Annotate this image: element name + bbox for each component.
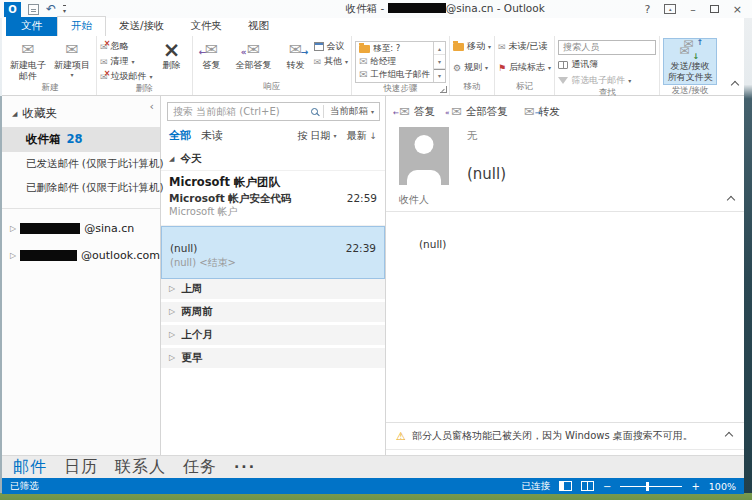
folder-inbox[interactable]: 收件箱28 [2, 127, 160, 152]
account-sina[interactable]: ▷@sina.cn [2, 215, 160, 242]
reply-inline-button[interactable]: ✉←答复 [399, 104, 435, 119]
search-people-input[interactable]: 搜索人员 [558, 40, 656, 55]
quick-step-to-manager[interactable]: ✉给经理 [359, 56, 430, 68]
tab-folder[interactable]: 文件夹 [178, 17, 236, 36]
ignore-button[interactable]: ✉忽略 [100, 40, 153, 53]
zoom-percentage[interactable]: 100% [709, 481, 736, 492]
scroll-more-icon[interactable]: ▾ [434, 69, 445, 82]
message-time: 22:59 [347, 191, 377, 206]
reply-icon: ✉← [205, 39, 218, 60]
message-subject: Microsoft 帐户安全代码 [169, 191, 291, 206]
qat-send-receive-icon[interactable] [28, 4, 39, 15]
delete-button[interactable]: × 删除 [155, 38, 189, 71]
search-scope-dropdown[interactable]: 当前邮箱▾ [323, 105, 374, 118]
help-button[interactable]: ? [644, 3, 650, 16]
unread-read-button[interactable]: ✉未读/已读 [498, 40, 551, 53]
quick-step-team-email[interactable]: ✉工作组电子邮件 [359, 69, 430, 81]
sort-order-button[interactable]: 最新↓ [346, 129, 377, 143]
filter-bar: 全部 未读 按 日期▾ 最新↓ [161, 125, 385, 148]
unread-read-icon: ✉ [498, 42, 506, 52]
nav-more-ellipsis[interactable]: ··· [234, 459, 256, 475]
minimize-folder-pane-icon[interactable]: ‹ [150, 100, 154, 113]
reply-all-inline-button[interactable]: ✉«全部答复 [451, 104, 508, 119]
group-header-last-month[interactable]: ▷上个月 [161, 325, 385, 348]
dialog-launcher-icon[interactable] [440, 86, 447, 93]
warning-text: 部分人员窗格功能已被关闭，因为 Windows 桌面搜索不可用。 [412, 429, 693, 443]
search-icon[interactable] [311, 108, 318, 115]
tab-view[interactable]: 视图 [235, 17, 282, 36]
more-respond-button[interactable]: ✉其他▾ [314, 55, 349, 68]
folder-sent[interactable]: 已发送邮件 (仅限于此计算机) [2, 152, 160, 176]
search-input[interactable]: 搜索 当前邮箱 (Ctrl+E) 当前邮箱▾ [167, 102, 380, 121]
collapse-header-icon[interactable] [727, 196, 735, 204]
ribbon-display-options-icon[interactable]: ▴ [664, 4, 676, 14]
sort-by-dropdown[interactable]: 按 日期▾ [297, 129, 336, 143]
group-label-respond: 响应 [196, 81, 349, 95]
scroll-up-icon[interactable]: ▴ [434, 42, 445, 55]
group-label-tags: 标记 [498, 81, 551, 95]
message-row-microsoft[interactable]: Microsoft 帐户团队 Microsoft 帐户安全代码22:59 Mic… [161, 171, 385, 226]
new-items-icon: ✉ [65, 39, 78, 60]
tab-send-receive[interactable]: 发送/接收 [106, 17, 178, 36]
zoom-in-icon[interactable]: + [691, 481, 699, 492]
filter-email-button[interactable]: 筛选电子邮件▾ [558, 74, 656, 87]
recipients-row: 收件人 [386, 193, 744, 212]
collapse-ribbon-icon[interactable] [732, 73, 738, 92]
message-row-null-selected[interactable]: (null)22:39 (null) <结束> [161, 226, 385, 279]
group-header-last-week[interactable]: ▷上周 [161, 279, 385, 302]
follow-up-button[interactable]: ⚑后续标志▾ [498, 61, 551, 74]
new-email-button[interactable]: ✉ 新建电子邮件 [7, 38, 49, 82]
zoom-out-icon[interactable]: − [603, 481, 611, 492]
message-preview: (null) <结束> [170, 256, 376, 270]
junk-button[interactable]: ✉垃圾邮件▾ [100, 70, 153, 83]
connection-status: 已连接 [522, 480, 551, 493]
reply-button[interactable]: ✉← 答复 [196, 38, 228, 71]
address-book-button[interactable]: 通讯簿 [558, 58, 656, 71]
move-button[interactable]: 移动▾ [453, 40, 491, 53]
move-icon [453, 43, 464, 51]
nav-mail[interactable]: 邮件 [13, 457, 47, 478]
qat-undo-icon[interactable]: ↶ [46, 4, 56, 14]
quick-step-move-to[interactable]: 移至: ? [359, 43, 430, 55]
dropdown-arrow-icon: ▾ [333, 132, 336, 139]
new-items-button[interactable]: ✉ 新建项目 ▾ [51, 38, 93, 78]
favorites-header[interactable]: ◢收藏夹 [2, 96, 160, 127]
close-button[interactable]: × [733, 3, 742, 16]
quick-steps-scroll[interactable]: ▴ ▾ ▾ [433, 42, 445, 82]
tab-file[interactable]: 文件 [6, 17, 57, 36]
zoom-slider[interactable] [620, 486, 682, 487]
filter-tab-unread[interactable]: 未读 [201, 128, 223, 143]
collapse-people-pane-icon[interactable] [725, 432, 733, 440]
send-receive-all-button[interactable]: ✉✉↑↓ 发送/接收所有文件夹 [663, 38, 717, 85]
group-header-today[interactable]: ◢今天 [161, 148, 385, 171]
normal-view-icon[interactable] [559, 481, 572, 491]
forward-button[interactable]: ✉→ 转发 [280, 38, 312, 71]
ignore-icon: ✉ [100, 42, 108, 52]
folder-deleted[interactable]: 已删除邮件 (仅限于此计算机) [2, 176, 160, 200]
qat-customize-icon[interactable]: ▾ [63, 5, 66, 14]
tab-home[interactable]: 开始 [57, 16, 106, 36]
group-header-two-weeks[interactable]: ▷两周前 [161, 302, 385, 325]
divider [2, 208, 160, 209]
outlook-app-icon[interactable]: O [4, 2, 21, 17]
meeting-button[interactable]: 会议 [314, 40, 349, 53]
ribbon-group-new: ✉ 新建电子邮件 ✉ 新建项目 ▾ 新建 [4, 36, 97, 95]
cleanup-button[interactable]: ✉清理▾ [100, 55, 153, 68]
nav-people[interactable]: 联系人 [115, 457, 166, 478]
zoom-slider-thumb[interactable] [646, 482, 649, 491]
maximize-button[interactable] [710, 5, 719, 13]
nav-calendar[interactable]: 日历 [64, 457, 98, 478]
navigation-bar: 邮件 日历 联系人 任务 ··· [2, 455, 744, 478]
reading-view-icon[interactable] [581, 481, 594, 491]
forward-icon: ✉→ [524, 104, 535, 119]
account-outlook[interactable]: ▷@outlook.com [2, 242, 160, 269]
forward-inline-button[interactable]: ✉→转发 [524, 104, 560, 119]
filter-tab-all[interactable]: 全部 [169, 128, 191, 143]
scroll-down-icon[interactable]: ▾ [434, 55, 445, 68]
group-header-older[interactable]: ▷更早 [161, 348, 385, 371]
minimize-button[interactable]: – [690, 3, 696, 16]
rules-button[interactable]: ⚙规则▾ [453, 61, 491, 74]
reply-all-button[interactable]: ✉« 全部答复 [230, 38, 278, 71]
cleanup-icon: ✉ [100, 57, 108, 67]
nav-tasks[interactable]: 任务 [183, 457, 217, 478]
